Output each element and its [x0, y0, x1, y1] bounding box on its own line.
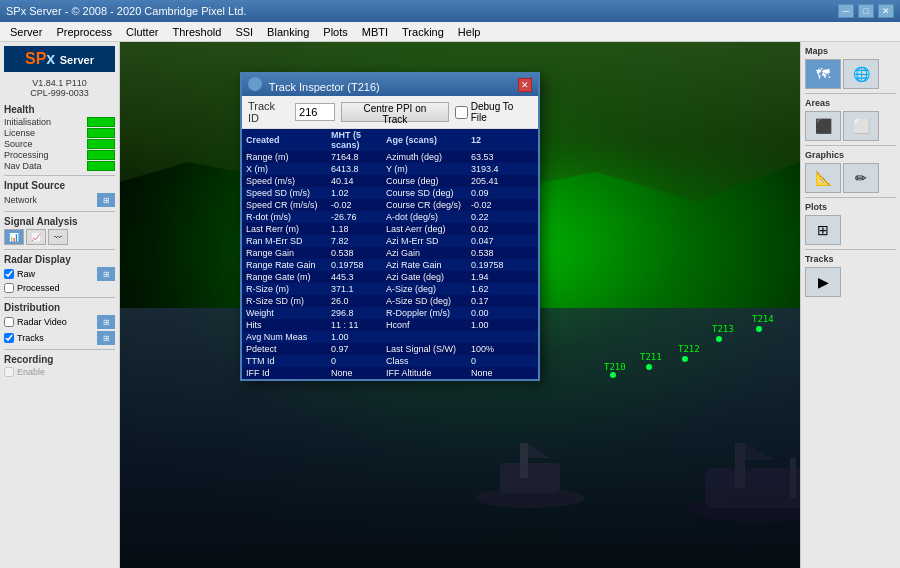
tracks-checkbox[interactable] — [4, 333, 14, 343]
plots-icon[interactable]: ⊞ — [805, 215, 841, 245]
enable-checkbox[interactable] — [4, 367, 14, 377]
menu-plots[interactable]: Plots — [317, 25, 353, 39]
map-icon-1[interactable]: 🗺 — [805, 59, 841, 89]
recording-title: Recording — [4, 354, 115, 365]
track-data-table: Created MHT (5 scans) Age (scans) 12 Ran… — [242, 129, 538, 379]
processed-checkbox-row: Processed — [4, 283, 115, 293]
tracks-icons: ▶ — [805, 267, 896, 297]
signal-analysis-icons: 📊 📈 〰 — [4, 229, 115, 245]
track-label-t214: T214 — [752, 314, 774, 324]
track-label-t210: T210 — [604, 362, 626, 372]
map-icon-2[interactable]: 🌐 — [843, 59, 879, 89]
graphics-icon-1[interactable]: 📐 — [805, 163, 841, 193]
track-id-input[interactable] — [295, 103, 335, 121]
areas-icon-2[interactable]: ⬜ — [843, 111, 879, 141]
window-controls: ─ □ ✕ — [838, 4, 894, 18]
title-bar: SPx Server - © 2008 - 2020 Cambridge Pix… — [0, 0, 900, 22]
table-row: R-Size (m)371.1A-Size (deg)1.62 — [242, 283, 538, 295]
spx-title: SPx Server — [10, 50, 109, 68]
signal-icon-3[interactable]: 〰 — [48, 229, 68, 245]
debug-to-file-checkbox[interactable] — [455, 106, 468, 119]
menu-threshold[interactable]: Threshold — [166, 25, 227, 39]
menu-bar: Server Preprocess Clutter Threshold SSI … — [0, 22, 900, 42]
track-dot-t213 — [716, 336, 722, 342]
spx-subtitle: Server — [60, 54, 94, 66]
header-age: Age (scans) — [382, 129, 467, 151]
table-row: Speed CR (m/s/s)-0.02Course CR (deg/s)-0… — [242, 199, 538, 211]
dialog-title-bar: Track Inspector (T216) ✕ — [242, 74, 538, 96]
track-dot-t212 — [682, 356, 688, 362]
enable-label: Enable — [17, 367, 45, 377]
tracks-label: Tracks — [17, 333, 44, 343]
debug-to-file-row: Debug To File — [455, 101, 532, 123]
processed-label: Processed — [17, 283, 60, 293]
signal-icon-2[interactable]: 📈 — [26, 229, 46, 245]
graphics-icon-2[interactable]: ✏ — [843, 163, 879, 193]
raw-settings-icon[interactable]: ⊞ — [97, 267, 115, 281]
plots-title: Plots — [805, 202, 896, 212]
signal-analysis-title: Signal Analysis — [4, 216, 115, 227]
centre-ppi-button[interactable]: Centre PPI on Track — [341, 102, 449, 122]
version-text: V1.84.1 P110 CPL-999-0033 — [4, 78, 115, 98]
menu-tracking[interactable]: Tracking — [396, 25, 450, 39]
areas-icons: ⬛ ⬜ — [805, 111, 896, 141]
enable-row: Enable — [4, 367, 115, 377]
table-row: Pdetect0.97Last Signal (S/W)100% — [242, 343, 538, 355]
network-icon[interactable]: ⊞ — [97, 193, 115, 207]
status-indicator-processing — [87, 150, 115, 160]
dialog-toolbar: Track ID Centre PPI on Track Debug To Fi… — [242, 96, 538, 129]
menu-clutter[interactable]: Clutter — [120, 25, 164, 39]
processed-checkbox[interactable] — [4, 283, 14, 293]
header-age-val: 12 — [467, 129, 538, 151]
minimize-button[interactable]: ─ — [838, 4, 854, 18]
status-indicator-navdata — [87, 161, 115, 171]
svg-rect-1 — [500, 463, 560, 493]
maps-title: Maps — [805, 46, 896, 56]
track-label-t212: T212 — [678, 344, 700, 354]
svg-marker-3 — [528, 443, 550, 458]
health-title: Health — [4, 104, 115, 115]
menu-ssi[interactable]: SSI — [229, 25, 259, 39]
table-row: Last Rerr (m)1.18Last Aerr (deg)0.02 — [242, 223, 538, 235]
radar-video-icon[interactable]: ⊞ — [97, 315, 115, 329]
menu-server[interactable]: Server — [4, 25, 48, 39]
dialog-close-button[interactable]: ✕ — [518, 78, 532, 92]
raw-label: Raw — [17, 269, 35, 279]
track-id-label: Track ID — [248, 100, 289, 124]
status-license: License — [4, 128, 115, 138]
tracks-icon-1[interactable]: ▶ — [805, 267, 841, 297]
maximize-button[interactable]: □ — [858, 4, 874, 18]
table-row: Range Gain0.538Azi Gain0.538 — [242, 247, 538, 259]
debug-to-file-label: Debug To File — [471, 101, 532, 123]
track-dot-t211 — [646, 364, 652, 370]
menu-mbti[interactable]: MBTI — [356, 25, 394, 39]
close-button[interactable]: ✕ — [878, 4, 894, 18]
boat-silhouette-2 — [680, 428, 800, 528]
table-row: Weight296.8R-Doppler (m/s)0.00 — [242, 307, 538, 319]
sidebar: SPx Server V1.84.1 P110 CPL-999-0033 Hea… — [0, 42, 120, 568]
tracks-icon[interactable]: ⊞ — [97, 331, 115, 345]
menu-blanking[interactable]: Blanking — [261, 25, 315, 39]
right-panel: Maps 🗺 🌐 Areas ⬛ ⬜ Graphics 📐 ✏ Plots ⊞ … — [800, 42, 900, 568]
table-row: Range Gate (m)445.3Azi Gate (deg)1.94 — [242, 271, 538, 283]
areas-icon-1[interactable]: ⬛ — [805, 111, 841, 141]
tracks-title: Tracks — [805, 254, 896, 264]
header-created: Created — [242, 129, 327, 151]
maps-icons: 🗺 🌐 — [805, 59, 896, 89]
table-row: X (m)6413.8Y (m)3193.4 — [242, 163, 538, 175]
menu-preprocess[interactable]: Preprocess — [50, 25, 118, 39]
table-row: Avg Num Meas1.00 — [242, 331, 538, 343]
table-row: R-Size SD (m)26.0A-Size SD (deg)0.17 — [242, 295, 538, 307]
svg-rect-6 — [735, 443, 745, 488]
raw-checkbox[interactable] — [4, 269, 14, 279]
table-row: Range (m)7164.8Azimuth (deg)63.53 — [242, 151, 538, 163]
menu-help[interactable]: Help — [452, 25, 487, 39]
header-mht: MHT (5 scans) — [327, 129, 382, 151]
input-source-title: Input Source — [4, 180, 115, 191]
radar-video-checkbox[interactable] — [4, 317, 14, 327]
signal-icon-1[interactable]: 📊 — [4, 229, 24, 245]
track-dot-t210 — [610, 372, 616, 378]
svg-rect-5 — [705, 468, 800, 508]
status-source: Source — [4, 139, 115, 149]
table-row: Hits11 : 11Hconf1.00 — [242, 319, 538, 331]
